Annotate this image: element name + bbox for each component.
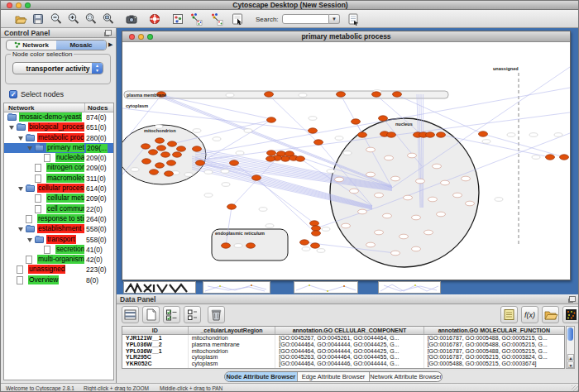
- tree-row-label[interactable]: cellular metabo: [46, 194, 84, 203]
- network-node-unselected[interactable]: [416, 179, 425, 184]
- close-button[interactable]: [7, 2, 12, 8]
- edge[interactable]: [483, 134, 564, 157]
- tab-node-attribute-browser[interactable]: Node Attribute Browser: [225, 372, 298, 381]
- network-node[interactable]: [266, 156, 275, 161]
- expander-icon[interactable]: [27, 146, 32, 151]
- tree-row[interactable]: primary metabo209(...: [4, 143, 113, 153]
- network-node[interactable]: [222, 243, 231, 248]
- table-row[interactable]: YLR295Ccytoplasm[GO:0045263, GO:0044464,…: [122, 354, 564, 361]
- tree-row-label[interactable]: response to stimulu: [37, 214, 84, 223]
- network-node-unselected[interactable]: [412, 215, 421, 220]
- search-input[interactable]: [282, 14, 329, 24]
- network-node[interactable]: [168, 141, 177, 146]
- table-cell[interactable]: cytoplasm: [189, 361, 276, 367]
- expander-icon[interactable]: [9, 126, 14, 130]
- tree-row[interactable]: cellular process614(0): [4, 184, 113, 194]
- network-node[interactable]: [142, 159, 151, 164]
- table-cell[interactable]: YLR295C: [122, 354, 189, 361]
- network-node[interactable]: [161, 152, 170, 157]
- tab-network-attribute-browser[interactable]: Network Attribute Browser: [370, 372, 442, 381]
- help-icon[interactable]: [148, 12, 161, 26]
- network-node[interactable]: [227, 204, 237, 209]
- network-node-unselected[interactable]: [453, 193, 462, 198]
- tree-row[interactable]: biological_process651(0): [4, 122, 113, 132]
- network-node[interactable]: [267, 117, 276, 122]
- scroll-down-icon[interactable]: ▼: [567, 361, 574, 368]
- network-node[interactable]: [167, 160, 176, 165]
- network-node[interactable]: [479, 131, 488, 136]
- float-data-panel-icon[interactable]: [569, 296, 576, 302]
- zoom-selected-region-icon[interactable]: [84, 12, 98, 26]
- tree-row-label[interactable]: multi-organism pro: [37, 255, 84, 264]
- zoom-to-fit-icon[interactable]: [102, 12, 115, 26]
- network-node[interactable]: [309, 128, 318, 133]
- network-node-unselected[interactable]: [375, 193, 384, 198]
- scroll-up-icon[interactable]: ▲: [567, 354, 574, 361]
- network-node[interactable]: [149, 150, 158, 155]
- view-close-button[interactable]: [129, 34, 135, 40]
- tree-row[interactable]: macromolecule311(0): [4, 174, 113, 184]
- network-node-unselected[interactable]: [366, 147, 376, 152]
- tree-row-label[interactable]: nitrogen compo: [46, 163, 84, 172]
- table-scrollbar[interactable]: ▲ ▼: [566, 326, 575, 369]
- table-cell[interactable]: mitochondrion: [189, 367, 276, 369]
- background-window-4[interactable]: [378, 281, 441, 294]
- network-node[interactable]: [196, 160, 205, 165]
- network-node-unselected[interactable]: [412, 246, 421, 251]
- tree-row[interactable]: cellular metabo209(0): [4, 194, 113, 203]
- table-cell[interactable]: [GO:0044464, GO:0044444, GO:0044425, G..…: [275, 348, 423, 355]
- network-node[interactable]: [173, 152, 182, 157]
- table-cell[interactable]: YJR121W__1: [122, 335, 189, 342]
- scrollbar-thumb[interactable]: [567, 327, 573, 341]
- network-node-unselected[interactable]: [350, 189, 359, 194]
- col-region[interactable]: _cellularLayoutRegion: [189, 327, 276, 334]
- table-cell[interactable]: mitochondrion: [189, 348, 276, 355]
- zoom-out-icon[interactable]: [50, 12, 63, 26]
- tab-edge-attribute-browser[interactable]: Edge Attribute Browser: [298, 372, 371, 381]
- network-node[interactable]: [393, 92, 402, 97]
- network-node-unselected[interactable]: [366, 172, 376, 177]
- tree-row-label[interactable]: establishment of lo: [37, 224, 84, 233]
- network-node[interactable]: [193, 146, 202, 151]
- table-cell[interactable]: YPL036W__1: [122, 348, 189, 355]
- apply-layout-icon[interactable]: [189, 12, 203, 26]
- save-session-icon[interactable]: [31, 12, 45, 26]
- attribute-matrix-icon[interactable]: [562, 306, 579, 323]
- formula-builder-icon[interactable]: f(x): [521, 306, 538, 323]
- table-cell[interactable]: [GO:0005488, GO:0005215, GO:0003674]: [424, 361, 564, 367]
- table-cell[interactable]: YDR039C__1: [122, 367, 189, 369]
- network-node[interactable]: [352, 119, 361, 124]
- resize-grip[interactable]: [572, 385, 579, 392]
- tree-row-label[interactable]: transport: [46, 235, 76, 244]
- network-node-unselected[interactable]: [358, 209, 367, 214]
- network-node[interactable]: [156, 138, 165, 143]
- network-node-unselected[interactable]: [433, 164, 442, 169]
- edge[interactable]: [256, 178, 316, 233]
- tab-mosaic[interactable]: Mosaic: [56, 41, 106, 50]
- unselect-attributes-icon[interactable]: [184, 306, 201, 323]
- network-node-unselected[interactable]: [391, 251, 400, 256]
- table-cell[interactable]: YKR052C: [122, 361, 189, 367]
- network-node-unselected[interactable]: [462, 176, 471, 181]
- tree-row[interactable]: establishment of lo558(0): [4, 224, 113, 234]
- table-cell[interactable]: [GO:0016787, GO:0005488, GO:0005215, G..…: [424, 335, 564, 342]
- table-cell[interactable]: [GO:0016787, GO:0005215, GO:0003824, G..…: [424, 354, 564, 361]
- tree-row[interactable]: nitrogen compo209(0): [4, 163, 113, 173]
- delete-attributes-icon[interactable]: [208, 306, 225, 323]
- network-view-window[interactable]: primary metabolic process plasma membran…: [122, 31, 571, 280]
- select-all-attributes-icon[interactable]: [122, 306, 139, 323]
- network-node[interactable]: [246, 243, 256, 248]
- tree-row-label[interactable]: macromolecule: [46, 174, 84, 183]
- tree-row-label[interactable]: metabolic process: [37, 133, 84, 142]
- network-node-unselected[interactable]: [404, 195, 413, 200]
- col-id[interactable]: ID: [122, 327, 189, 334]
- attribute-table[interactable]: ID _cellularLayoutRegion annotation.GO C…: [122, 326, 565, 369]
- attribute-notes-icon[interactable]: [500, 306, 518, 323]
- annotation-tool-icon[interactable]: [231, 12, 244, 26]
- create-attribute-icon[interactable]: [142, 306, 160, 323]
- zoom-window-button[interactable]: [25, 2, 31, 8]
- network-node[interactable]: [177, 146, 186, 151]
- network-node[interactable]: [560, 155, 569, 160]
- view-minimize-button[interactable]: [138, 34, 144, 40]
- table-row[interactable]: YDR039C__1mitochondrion[GO:0044464, GO:0…: [122, 367, 564, 369]
